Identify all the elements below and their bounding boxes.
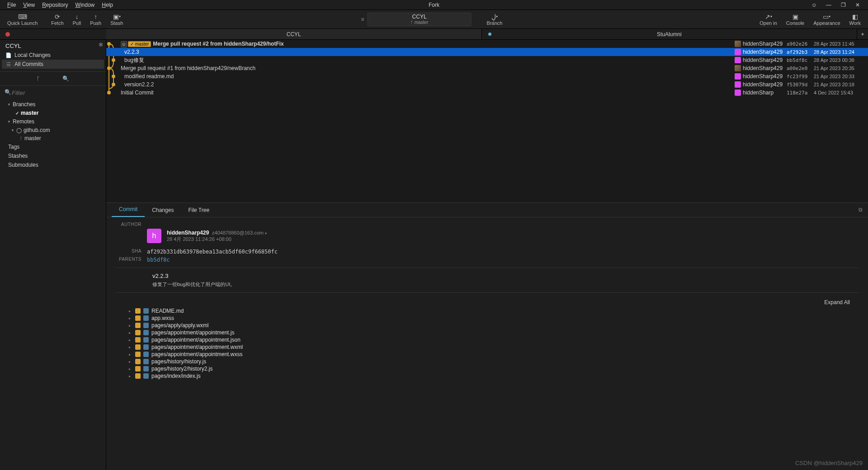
chevron-right-icon: ▸: [129, 345, 132, 349]
file-badge-icon: [135, 352, 141, 357]
pull-button[interactable]: ↓ Pull: [68, 12, 85, 27]
sidebar-remote-github[interactable]: ▼ ◯ github.com: [0, 126, 106, 134]
avatar-icon: [735, 49, 741, 55]
commit-hash: a902e26: [787, 41, 814, 47]
sidebar-local-changes[interactable]: 📄 Local Changes: [0, 51, 106, 60]
sidebar-remote-master[interactable]: ᚶ master: [0, 134, 106, 142]
stash-button[interactable]: ▣ ▾ Stash: [106, 12, 127, 27]
file-row[interactable]: ▸pages/history2/history2.js: [115, 365, 859, 372]
detail-tab-changes[interactable]: Changes: [145, 203, 181, 217]
commit-hash: fc23f99: [787, 74, 814, 80]
quick-launch-button[interactable]: ⌨ Quick Launch: [3, 12, 42, 27]
commit-message: ⊙✓ masterMerge pull request #2 from hidd…: [119, 41, 735, 47]
file-row[interactable]: ▸pages/appointment/appointment.wxss: [115, 351, 859, 358]
workspace-tab-ccyl[interactable]: CCYL: [106, 29, 482, 39]
avatar-icon: [735, 73, 741, 80]
file-row[interactable]: ▸app.wxss: [115, 315, 859, 322]
expand-all-button[interactable]: Expand All: [115, 297, 859, 307]
file-row[interactable]: ▸pages/appointment/appointment.wxml: [115, 343, 859, 351]
branch-icon: ڸ ▾: [491, 13, 498, 20]
menu-repository[interactable]: Repository: [38, 1, 71, 9]
sidebar-stashes[interactable]: Stashes: [0, 151, 106, 160]
commit-message: Initial Commit: [119, 89, 735, 96]
branch-icon: ᚶ: [20, 136, 23, 141]
maximize-icon[interactable]: ❐: [840, 2, 846, 8]
close-icon[interactable]: ✕: [854, 2, 861, 8]
commit-sha: af292b331db63978ebea13acb5df60c9f66850fc: [147, 249, 859, 255]
console-icon: ▣: [793, 13, 798, 20]
add-tab-button[interactable]: +: [857, 29, 868, 39]
file-badge-icon: [143, 373, 149, 379]
avatar-icon: [735, 57, 741, 63]
repo-tab[interactable]: CCYL ᚶ master: [368, 13, 472, 26]
menu-file[interactable]: File: [4, 1, 19, 9]
workspace-tab-stualumni[interactable]: StuAlumni: [482, 29, 858, 39]
work-button[interactable]: ◧ Work: [845, 12, 865, 27]
branch-view-icon[interactable]: ᚶ: [37, 75, 40, 82]
chevron-right-icon: ▸: [129, 367, 132, 371]
detail-tab-file-tree[interactable]: File Tree: [181, 203, 217, 217]
commit-row[interactable]: Merge pull request #1 from hiddenSharp42…: [106, 64, 868, 72]
file-badge-icon: [143, 330, 149, 335]
sidebar-all-commits[interactable]: ☰ All Commits: [2, 60, 104, 69]
fetch-button[interactable]: ⟳ Fetch: [47, 12, 68, 27]
file-badge-icon: [135, 359, 141, 364]
workspace-tabs: CCYL StuAlumni +: [0, 29, 868, 40]
parents-label: PARENTS: [115, 257, 147, 262]
file-badge-icon: [135, 323, 141, 328]
commit-row[interactable]: bug修复hiddenSharp429bb5df8c28 Apr 2023 00…: [106, 56, 868, 64]
chevron-right-icon: ▸: [129, 374, 132, 378]
console-button[interactable]: ▣ Console: [782, 12, 809, 27]
commit-row[interactable]: Initial CommithiddenSharp118e27a4 Dec 20…: [106, 89, 868, 97]
menu-view[interactable]: View: [19, 1, 38, 9]
file-row[interactable]: ▸pages/appointment/appointment.json: [115, 336, 859, 343]
file-badge-icon: [135, 308, 141, 314]
file-name: pages/history2/history2.js: [151, 366, 212, 372]
gear-icon[interactable]: ✻: [99, 42, 103, 48]
commit-title: v2.2.3: [152, 273, 859, 279]
menu-window[interactable]: Window: [72, 1, 99, 9]
app-title: Fork: [429, 2, 439, 8]
menu-help[interactable]: Help: [98, 1, 117, 9]
branch-button[interactable]: ڸ ▾ Branch: [482, 12, 507, 27]
search-icon[interactable]: 🔍: [62, 75, 69, 82]
sidebar-submodules[interactable]: Submodules: [0, 160, 106, 169]
commit-hash: af292b3: [787, 49, 814, 55]
sidebar-branch-master[interactable]: ✓ master: [0, 109, 106, 117]
file-row[interactable]: ▸pages/apply/apply.wxml: [115, 322, 859, 329]
filter-input[interactable]: [4, 88, 102, 98]
file-row[interactable]: ▸pages/history/history.js: [115, 358, 859, 365]
sidebar-branches[interactable]: ▼ Branches: [0, 100, 106, 109]
commit-row[interactable]: v2.2.3hiddenSharp429af292b328 Apr 2023 1…: [106, 48, 868, 56]
file-row[interactable]: ▸pages/appointment/appointment.js: [115, 329, 859, 336]
file-badge-icon: [135, 337, 141, 343]
commit-message: modified readme.md: [119, 73, 735, 80]
commit-row[interactable]: modified readme.mdhiddenSharp429fc23f992…: [106, 72, 868, 80]
file-row[interactable]: ▸README.md: [115, 307, 859, 315]
file-name: README.md: [151, 308, 184, 314]
file-row[interactable]: ▸pages/index/index.js: [115, 372, 859, 380]
file-name: app.wxss: [151, 315, 174, 321]
commit-row[interactable]: version2.2.2hiddenSharp429f53079d21 Apr …: [106, 80, 868, 89]
file-name: pages/apply/apply.wxml: [151, 322, 209, 329]
open-in-button[interactable]: ↗ ▾ Open in: [755, 12, 782, 27]
appearance-button[interactable]: ▭ ▾ Appearance: [809, 12, 844, 27]
appearance-icon: ▭ ▾: [823, 13, 830, 20]
parent-link[interactable]: bb5df8c: [147, 257, 170, 263]
file-badge-icon: [143, 315, 149, 321]
sidebar-remotes[interactable]: ▼ Remotes: [0, 117, 106, 126]
open-external-icon[interactable]: ⧉: [859, 207, 863, 213]
minimize-icon[interactable]: —: [826, 2, 832, 8]
chevron-right-icon: ▸: [129, 352, 132, 357]
github-icon: ⊙: [121, 41, 127, 47]
stash-icon: ▣ ▾: [113, 13, 121, 20]
feedback-icon[interactable]: ☺: [811, 2, 817, 8]
traffic-close-icon[interactable]: [5, 32, 10, 37]
sidebar-tags[interactable]: Tags: [0, 142, 106, 151]
commit-row[interactable]: ⊙✓ masterMerge pull request #2 from hidd…: [106, 40, 868, 48]
push-button[interactable]: ↑ Push: [85, 12, 106, 27]
pull-icon: ↓: [75, 13, 78, 20]
repo-tab-prev[interactable]: ≡: [361, 16, 367, 23]
detail-tab-commit[interactable]: Commit: [112, 202, 145, 217]
check-icon: ✓: [15, 111, 19, 116]
